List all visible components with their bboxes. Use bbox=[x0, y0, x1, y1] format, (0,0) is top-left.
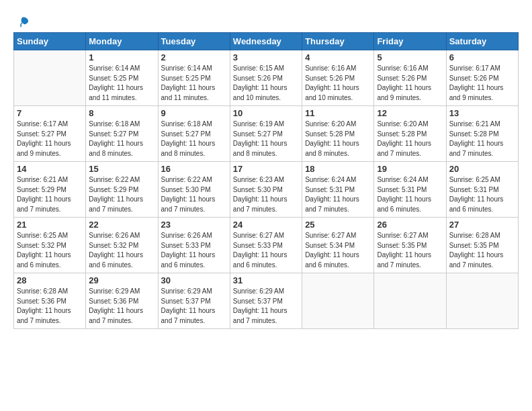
daylight-label: Daylight: 11 hours and 6 minutes. bbox=[233, 251, 287, 269]
sunrise-label: Sunrise: 6:28 AM bbox=[17, 287, 68, 295]
sunset-label: Sunset: 5:29 PM bbox=[89, 186, 138, 193]
calendar-cell: 17Sunrise: 6:23 AMSunset: 5:30 PMDayligh… bbox=[230, 162, 302, 218]
daylight-label: Daylight: 11 hours and 11 minutes. bbox=[89, 84, 143, 101]
daylight-label: Daylight: 11 hours and 7 minutes. bbox=[161, 307, 216, 324]
sunrise-label: Sunrise: 6:18 AM bbox=[89, 120, 140, 128]
sunset-label: Sunset: 5:31 PM bbox=[377, 186, 427, 193]
day-number: 14 bbox=[17, 164, 83, 174]
daylight-label: Daylight: 11 hours and 6 minutes. bbox=[89, 251, 143, 269]
calendar-cell: 8Sunrise: 6:18 AMSunset: 5:27 PMDaylight… bbox=[86, 106, 158, 162]
calendar-header-row: SundayMondayTuesdayWednesdayThursdayFrid… bbox=[14, 33, 519, 50]
daylight-label: Daylight: 11 hours and 7 minutes. bbox=[233, 195, 287, 213]
sunset-label: Sunset: 5:37 PM bbox=[161, 298, 211, 305]
day-number: 3 bbox=[233, 52, 299, 62]
sunrise-label: Sunrise: 6:26 AM bbox=[161, 232, 212, 239]
calendar-cell bbox=[14, 50, 86, 106]
calendar-cell: 16Sunrise: 6:22 AMSunset: 5:30 PMDayligh… bbox=[158, 162, 230, 218]
daylight-label: Daylight: 11 hours and 6 minutes. bbox=[161, 251, 216, 269]
col-header-friday: Friday bbox=[374, 33, 446, 50]
day-info: Sunrise: 6:28 AMSunset: 5:35 PMDaylight:… bbox=[449, 231, 515, 270]
calendar-cell: 9Sunrise: 6:18 AMSunset: 5:27 PMDaylight… bbox=[158, 106, 230, 162]
daylight-label: Daylight: 11 hours and 9 minutes. bbox=[377, 84, 431, 101]
sunrise-label: Sunrise: 6:20 AM bbox=[377, 120, 428, 128]
day-number: 28 bbox=[17, 275, 83, 285]
daylight-label: Daylight: 11 hours and 8 minutes. bbox=[305, 140, 359, 157]
day-number: 23 bbox=[161, 220, 227, 230]
page: SundayMondayTuesdayWednesdayThursdayFrid… bbox=[0, 0, 532, 411]
day-number: 29 bbox=[89, 275, 154, 285]
daylight-label: Daylight: 11 hours and 6 minutes. bbox=[17, 251, 71, 269]
sunrise-label: Sunrise: 6:14 AM bbox=[89, 64, 140, 72]
calendar-cell: 15Sunrise: 6:22 AMSunset: 5:29 PMDayligh… bbox=[86, 162, 158, 218]
day-number: 4 bbox=[305, 52, 371, 62]
sunset-label: Sunset: 5:32 PM bbox=[89, 242, 138, 249]
calendar-cell: 11Sunrise: 6:20 AMSunset: 5:28 PMDayligh… bbox=[302, 106, 374, 162]
calendar-cell: 2Sunrise: 6:14 AMSunset: 5:25 PMDaylight… bbox=[158, 50, 230, 106]
calendar-cell: 5Sunrise: 6:16 AMSunset: 5:26 PMDaylight… bbox=[374, 50, 446, 106]
day-number: 1 bbox=[89, 52, 154, 62]
logo-icon bbox=[15, 15, 30, 30]
sunset-label: Sunset: 5:31 PM bbox=[305, 186, 355, 193]
sunset-label: Sunset: 5:28 PM bbox=[449, 130, 499, 138]
day-number: 22 bbox=[89, 220, 154, 230]
day-number: 31 bbox=[233, 275, 299, 285]
sunrise-label: Sunrise: 6:29 AM bbox=[233, 287, 284, 295]
sunset-label: Sunset: 5:27 PM bbox=[161, 130, 211, 138]
sunrise-label: Sunrise: 6:24 AM bbox=[377, 176, 428, 183]
daylight-label: Daylight: 11 hours and 7 minutes. bbox=[377, 140, 431, 157]
sunset-label: Sunset: 5:28 PM bbox=[305, 130, 355, 138]
calendar-week-row: 1Sunrise: 6:14 AMSunset: 5:25 PMDaylight… bbox=[14, 50, 519, 106]
sunset-label: Sunset: 5:26 PM bbox=[305, 75, 355, 82]
day-number: 21 bbox=[17, 220, 83, 230]
calendar-cell bbox=[374, 273, 446, 329]
day-info: Sunrise: 6:25 AMSunset: 5:31 PMDaylight:… bbox=[449, 175, 515, 214]
day-number: 15 bbox=[89, 164, 154, 174]
calendar-cell: 28Sunrise: 6:28 AMSunset: 5:36 PMDayligh… bbox=[14, 273, 86, 329]
sunrise-label: Sunrise: 6:17 AM bbox=[17, 120, 68, 128]
daylight-label: Daylight: 11 hours and 7 minutes. bbox=[449, 140, 504, 157]
day-number: 25 bbox=[305, 220, 371, 230]
day-info: Sunrise: 6:23 AMSunset: 5:30 PMDaylight:… bbox=[233, 175, 299, 214]
daylight-label: Daylight: 11 hours and 6 minutes. bbox=[377, 195, 431, 213]
sunrise-label: Sunrise: 6:16 AM bbox=[305, 64, 356, 72]
daylight-label: Daylight: 11 hours and 9 minutes. bbox=[17, 140, 71, 157]
col-header-sunday: Sunday bbox=[14, 33, 86, 50]
sunrise-label: Sunrise: 6:23 AM bbox=[233, 176, 284, 183]
logo bbox=[13, 15, 30, 28]
daylight-label: Daylight: 11 hours and 10 minutes. bbox=[233, 84, 287, 101]
calendar-cell bbox=[302, 273, 374, 329]
daylight-label: Daylight: 11 hours and 8 minutes. bbox=[89, 140, 143, 157]
day-info: Sunrise: 6:14 AMSunset: 5:25 PMDaylight:… bbox=[89, 64, 154, 103]
day-info: Sunrise: 6:25 AMSunset: 5:32 PMDaylight:… bbox=[17, 231, 83, 270]
daylight-label: Daylight: 11 hours and 10 minutes. bbox=[305, 84, 359, 101]
col-header-monday: Monday bbox=[86, 33, 158, 50]
col-header-tuesday: Tuesday bbox=[158, 33, 230, 50]
calendar-cell: 20Sunrise: 6:25 AMSunset: 5:31 PMDayligh… bbox=[446, 162, 518, 218]
sunrise-label: Sunrise: 6:27 AM bbox=[305, 232, 356, 239]
daylight-label: Daylight: 11 hours and 8 minutes. bbox=[233, 140, 287, 157]
sunrise-label: Sunrise: 6:21 AM bbox=[449, 120, 500, 128]
day-number: 19 bbox=[377, 164, 443, 174]
calendar-cell: 14Sunrise: 6:21 AMSunset: 5:29 PMDayligh… bbox=[14, 162, 86, 218]
daylight-label: Daylight: 11 hours and 7 minutes. bbox=[377, 251, 431, 269]
calendar-cell: 30Sunrise: 6:29 AMSunset: 5:37 PMDayligh… bbox=[158, 273, 230, 329]
sunrise-label: Sunrise: 6:18 AM bbox=[161, 120, 212, 128]
sunrise-label: Sunrise: 6:17 AM bbox=[449, 64, 500, 72]
calendar-cell: 18Sunrise: 6:24 AMSunset: 5:31 PMDayligh… bbox=[302, 162, 374, 218]
calendar-cell: 13Sunrise: 6:21 AMSunset: 5:28 PMDayligh… bbox=[446, 106, 518, 162]
calendar-week-row: 21Sunrise: 6:25 AMSunset: 5:32 PMDayligh… bbox=[14, 218, 519, 273]
daylight-label: Daylight: 11 hours and 7 minutes. bbox=[17, 307, 71, 324]
daylight-label: Daylight: 11 hours and 6 minutes. bbox=[305, 251, 359, 269]
day-info: Sunrise: 6:21 AMSunset: 5:29 PMDaylight:… bbox=[17, 175, 83, 214]
sunrise-label: Sunrise: 6:22 AM bbox=[89, 176, 140, 183]
sunrise-label: Sunrise: 6:29 AM bbox=[161, 287, 212, 295]
day-info: Sunrise: 6:21 AMSunset: 5:28 PMDaylight:… bbox=[449, 120, 515, 158]
calendar-cell: 21Sunrise: 6:25 AMSunset: 5:32 PMDayligh… bbox=[14, 218, 86, 273]
day-number: 30 bbox=[161, 275, 227, 285]
calendar-cell: 12Sunrise: 6:20 AMSunset: 5:28 PMDayligh… bbox=[374, 106, 446, 162]
daylight-label: Daylight: 11 hours and 7 minutes. bbox=[161, 195, 216, 213]
day-number: 12 bbox=[377, 108, 443, 118]
calendar-cell: 7Sunrise: 6:17 AMSunset: 5:27 PMDaylight… bbox=[14, 106, 86, 162]
day-number: 2 bbox=[161, 52, 227, 62]
header bbox=[13, 12, 519, 28]
